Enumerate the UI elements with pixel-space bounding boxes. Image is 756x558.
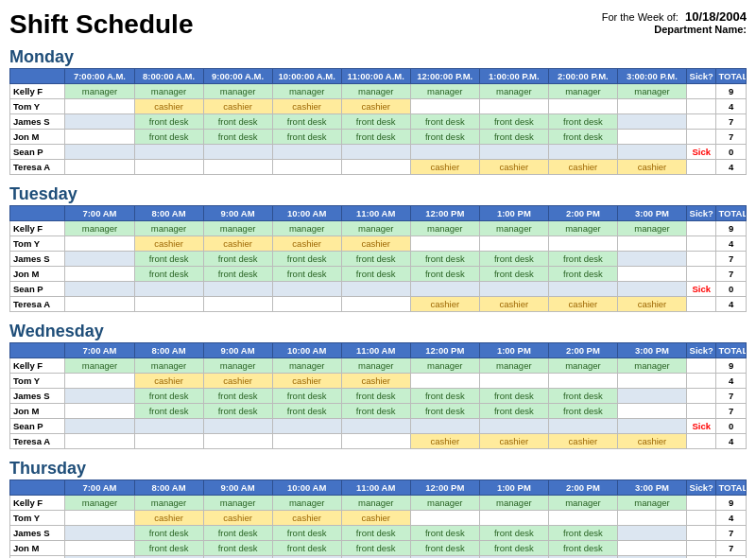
schedule-cell [203,145,272,160]
table-row: James Sfront deskfront deskfront deskfro… [10,114,747,130]
schedule-cell [617,419,686,434]
schedule-cell: front desk [272,114,341,130]
schedule-cell: manager [479,221,548,236]
total-cell: 9 [716,84,747,99]
schedule-cell [134,160,203,175]
employee-name: Jon M [10,130,65,145]
sick-cell [687,526,716,541]
col-header-sick: Sick? [687,206,716,221]
schedule-cell: manager [272,496,341,511]
schedule-cell: cashier [479,160,548,175]
schedule-cell: front desk [548,267,617,282]
day-section-monday: Monday7:00:00 A.M.8:00:00 A.M.9:00:00 A.… [9,47,747,175]
page-header: Shift Schedule For the Week of: 10/18/20… [9,9,747,40]
col-header-sick: Sick? [687,343,716,358]
schedule-cell [410,511,479,526]
week-date: 10/18/2004 [685,9,747,24]
table-row: Kelly Fmanagermanagermanagermanagermanag… [10,221,747,236]
schedule-cell [410,99,479,114]
total-cell: 4 [716,236,747,252]
col-header-time-8: 3:00 PM [617,343,686,358]
schedule-cell: manager [134,84,203,99]
employee-name: Kelly F [10,496,65,511]
col-header-time-3: 10:00 AM [272,343,341,358]
day-name-monday: Monday [9,47,747,67]
schedule-cell: cashier [272,99,341,114]
sick-cell [687,130,716,145]
schedule-container: Monday7:00:00 A.M.8:00:00 A.M.9:00:00 A.… [9,47,747,558]
schedule-cell: front desk [341,389,410,404]
total-cell: 7 [716,252,747,267]
employee-name: James S [10,252,65,267]
schedule-cell [548,374,617,389]
schedule-cell: front desk [341,130,410,145]
schedule-cell: manager [410,84,479,99]
schedule-cell: front desk [548,526,617,541]
col-header-time-7: 2:00 PM [548,480,617,496]
schedule-cell: cashier [203,374,272,389]
schedule-table-monday: 7:00:00 A.M.8:00:00 A.M.9:00:00 A.M.10:0… [9,68,747,175]
sick-cell [687,358,716,374]
table-row: Teresa Acashiercashiercashiercashier4 [10,297,747,312]
schedule-cell: front desk [341,526,410,541]
col-header-time-3: 10:00:00 A.M. [272,69,341,84]
col-header-time-6: 1:00 PM [479,206,548,221]
schedule-cell: cashier [617,434,686,449]
schedule-cell: manager [65,221,134,236]
col-header-time-0: 7:00:00 A.M. [65,69,134,84]
schedule-cell [479,419,548,434]
schedule-cell: manager [548,221,617,236]
schedule-cell [617,252,686,267]
week-info: For the Week of: 10/18/2004 Department N… [602,9,747,35]
schedule-cell [272,434,341,449]
table-row: Sean PSick0 [10,145,747,160]
schedule-cell [65,404,134,419]
schedule-cell [479,374,548,389]
employee-name: Jon M [10,267,65,282]
schedule-cell [65,297,134,312]
day-name-tuesday: Tuesday [9,184,747,204]
schedule-cell: front desk [341,267,410,282]
schedule-cell: front desk [479,267,548,282]
schedule-cell [548,99,617,114]
day-name-wednesday: Wednesday [9,322,747,341]
schedule-table-thursday: 7:00 AM8:00 AM9:00 AM10:00 AM11:00 AM12:… [9,480,747,558]
sick-cell [687,236,716,252]
schedule-cell: manager [617,221,686,236]
schedule-cell [617,282,686,297]
schedule-cell: manager [410,496,479,511]
schedule-cell: front desk [134,130,203,145]
table-row: Teresa Acashiercashiercashiercashier4 [10,434,747,449]
schedule-cell [65,99,134,114]
schedule-cell: front desk [479,404,548,419]
sick-cell [687,99,716,114]
schedule-cell: cashier [548,434,617,449]
schedule-cell [410,419,479,434]
schedule-cell: front desk [203,114,272,130]
sick-cell: Sick [687,282,716,297]
schedule-cell: cashier [410,297,479,312]
table-row: Tom Ycashiercashiercashiercashier4 [10,236,747,252]
sick-cell [687,541,716,556]
schedule-cell: front desk [203,252,272,267]
total-cell: 4 [716,99,747,114]
table-row: Jon Mfront deskfront deskfront deskfront… [10,404,747,419]
schedule-cell: cashier [479,297,548,312]
schedule-cell [617,374,686,389]
table-row: James Sfront deskfront deskfront deskfro… [10,526,747,541]
schedule-cell: front desk [341,252,410,267]
schedule-cell: manager [548,496,617,511]
schedule-cell [134,419,203,434]
schedule-cell [65,511,134,526]
employee-name: Jon M [10,404,65,419]
total-cell: 9 [716,221,747,236]
schedule-cell [134,145,203,160]
schedule-cell: front desk [203,404,272,419]
col-header-time-2: 9:00 AM [203,343,272,358]
schedule-cell [65,374,134,389]
schedule-cell: cashier [410,434,479,449]
table-row: Tom Ycashiercashiercashiercashier4 [10,99,747,114]
schedule-cell: manager [203,358,272,374]
schedule-cell [341,434,410,449]
col-header-time-0: 7:00 AM [65,206,134,221]
